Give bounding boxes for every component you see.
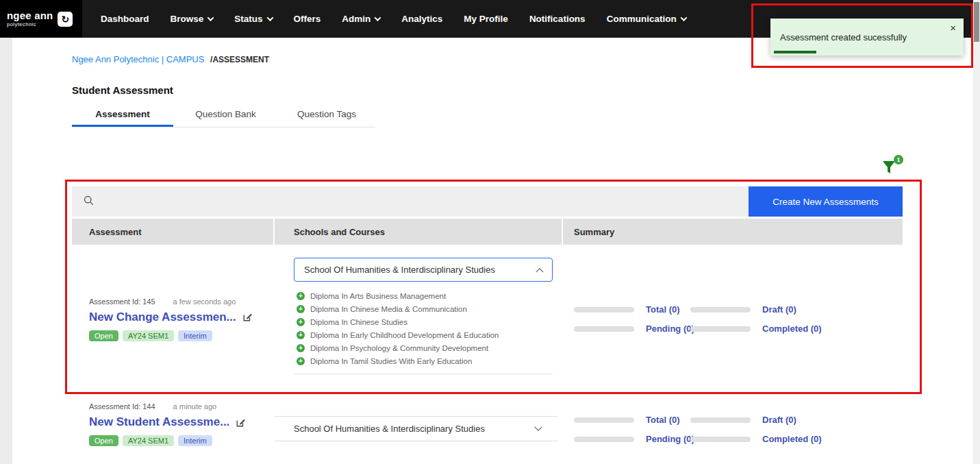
tab-assessment[interactable]: Assessment <box>72 101 173 127</box>
progress-bar <box>574 437 634 442</box>
assessment-meta: Assessment Id: 144 a minute ago <box>89 402 275 411</box>
logo-line1: ngee ann <box>7 10 53 21</box>
nav-item-offers[interactable]: Offers <box>294 14 321 24</box>
assessment-table-card: Create New Assessments Assessment School… <box>72 186 903 464</box>
nav-item-label: Notifications <box>529 14 586 24</box>
edit-icon[interactable] <box>236 417 246 428</box>
nav-item-label: Browse <box>171 14 204 24</box>
toast-notification: Assessment created sucessfully × <box>770 19 964 56</box>
table-row: Assessment Id: 144 a minute ago New Stud… <box>72 393 903 464</box>
assessment-title-line: New Change Assessmen... <box>89 310 275 324</box>
nav-item-label: Dashboard <box>101 14 149 24</box>
close-icon[interactable]: × <box>950 23 956 33</box>
summary-draft: Draft (0) <box>690 304 822 315</box>
schools-cell: School Of Humanities & Interdisciplinary… <box>275 245 563 393</box>
progress-bar <box>690 417 751 423</box>
summary-draft: Draft (0) <box>690 415 822 425</box>
logo-line2: polytechnic <box>7 22 53 27</box>
course-item[interactable]: +Diploma In Chinese Media & Communicatio… <box>297 302 563 315</box>
badge-group: Open AY24 SEM1 Interim <box>89 330 275 341</box>
search-bar[interactable]: Create New Assessments <box>72 186 903 217</box>
school-select-expanded[interactable]: School Of Humanities & Interdisciplinary… <box>294 258 553 282</box>
assessment-cell: Assessment Id: 144 a minute ago New Stud… <box>72 394 275 464</box>
create-new-assessments-button[interactable]: Create New Assessments <box>749 186 903 217</box>
nav-menu: Dashboard Browse Status Offers Admin Ana… <box>101 14 686 24</box>
summary-total: Total (0) <box>574 415 690 425</box>
add-circle-icon: + <box>297 305 305 313</box>
course-label: Diploma In Chinese Studies <box>310 318 407 326</box>
column-header-schools: Schools and Courses <box>275 219 562 245</box>
course-item[interactable]: +Diploma In Arts Business Management <box>297 289 563 302</box>
logo-text: ngee ann polytechnic <box>7 10 53 27</box>
column-header-assessment: Assessment <box>72 219 273 245</box>
assessment-cell: Assessment Id: 145 a few seconds ago New… <box>72 245 275 393</box>
assessment-title-link[interactable]: New Student Assessme... <box>89 415 229 429</box>
summary-label: Draft (0) <box>762 415 796 425</box>
nav-item-browse[interactable]: Browse <box>171 14 214 24</box>
nav-item-notifications[interactable]: Notifications <box>529 14 586 24</box>
course-label: Diploma In Tamil Studies With Early Educ… <box>310 357 472 365</box>
chevron-down-icon <box>680 14 687 21</box>
nav-item-admin[interactable]: Admin <box>342 14 380 24</box>
chevron-down-icon <box>266 14 273 21</box>
type-badge: Interim <box>178 330 212 341</box>
summary-completed: Completed (0) <box>690 323 822 334</box>
breadcrumb-current: /ASSESSMENT <box>210 55 269 64</box>
progress-bar <box>574 307 634 313</box>
nav-item-label: My Profile <box>464 14 508 24</box>
app-logo[interactable]: ngee ann polytechnic ↻ <box>0 0 82 38</box>
nav-item-communication[interactable]: Communication <box>607 14 686 24</box>
course-label: Diploma In Early Childhood Development &… <box>310 331 499 339</box>
course-label: Diploma In Chinese Media & Communication <box>310 305 467 313</box>
chevron-down-icon <box>208 14 214 21</box>
progress-bar <box>690 437 751 442</box>
scrollbar-thumb[interactable] <box>974 2 979 42</box>
school-select-collapsed[interactable]: School Of Humanities & Interdisciplinary… <box>275 416 557 441</box>
course-item[interactable]: +Diploma In Early Childhood Development … <box>297 328 563 341</box>
edit-icon[interactable] <box>242 312 253 322</box>
course-item[interactable]: +Diploma In Chinese Studies <box>297 315 563 328</box>
school-select-value: School Of Humanities & Interdisciplinary… <box>304 265 495 275</box>
assessment-time-ago: a few seconds ago <box>173 297 236 306</box>
summary-pending: Pending (0) <box>574 434 690 444</box>
summary-pending: Pending (0) <box>574 323 690 334</box>
filter-button[interactable]: 1 <box>881 159 901 180</box>
summary-label: Draft (0) <box>762 304 796 315</box>
table-row: Assessment Id: 145 a few seconds ago New… <box>72 245 903 393</box>
page-title: Student Assessment <box>72 84 173 96</box>
breadcrumb: Ngee Ann Polytechnic | CAMPUS /ASSESSMEN… <box>72 54 269 64</box>
summary-cell: Total (0) Draft (0) Pending (0) Complete… <box>563 394 903 464</box>
term-badge: AY24 SEM1 <box>123 435 174 446</box>
nav-item-my-profile[interactable]: My Profile <box>464 14 508 24</box>
breadcrumb-link[interactable]: Ngee Ann Polytechnic | CAMPUS <box>72 54 204 64</box>
tab-question-bank[interactable]: Question Bank <box>173 101 278 127</box>
toast-timer-bar <box>774 51 816 53</box>
summary-completed: Completed (0) <box>690 434 822 444</box>
tab-question-tags[interactable]: Question Tags <box>278 101 375 127</box>
course-label: Diploma In Arts Business Management <box>310 292 446 300</box>
add-circle-icon: + <box>297 292 305 300</box>
toast-message: Assessment created sucessfully <box>780 32 907 42</box>
summary-grid: Total (0) Draft (0) Pending (0) Complete… <box>574 304 822 334</box>
status-badge: Open <box>89 330 118 341</box>
school-select-value: School Of Humanities & Interdisciplinary… <box>294 424 485 434</box>
chevron-down-icon <box>375 14 381 21</box>
search-icon <box>83 195 95 209</box>
logo-icon: ↻ <box>58 12 73 27</box>
summary-total: Total (0) <box>574 304 690 315</box>
nav-item-analytics[interactable]: Analytics <box>401 14 442 24</box>
add-circle-icon: + <box>297 344 305 352</box>
assessment-meta: Assessment Id: 145 a few seconds ago <box>89 297 275 306</box>
summary-grid: Total (0) Draft (0) Pending (0) Complete… <box>574 415 822 444</box>
summary-cell: Total (0) Draft (0) Pending (0) Complete… <box>563 245 903 393</box>
assessment-title-link[interactable]: New Change Assessmen... <box>89 310 236 324</box>
chevron-down-icon <box>534 423 542 430</box>
term-badge: AY24 SEM1 <box>123 330 174 341</box>
course-item[interactable]: +Diploma In Psychology & Community Devel… <box>297 341 563 354</box>
nav-item-status[interactable]: Status <box>234 14 272 24</box>
nav-item-label: Offers <box>294 14 321 24</box>
scrollbar-track[interactable] <box>973 0 980 464</box>
course-item[interactable]: +Diploma In Tamil Studies With Early Edu… <box>297 354 563 367</box>
nav-item-dashboard[interactable]: Dashboard <box>101 14 149 24</box>
nav-item-label: Status <box>234 14 262 24</box>
